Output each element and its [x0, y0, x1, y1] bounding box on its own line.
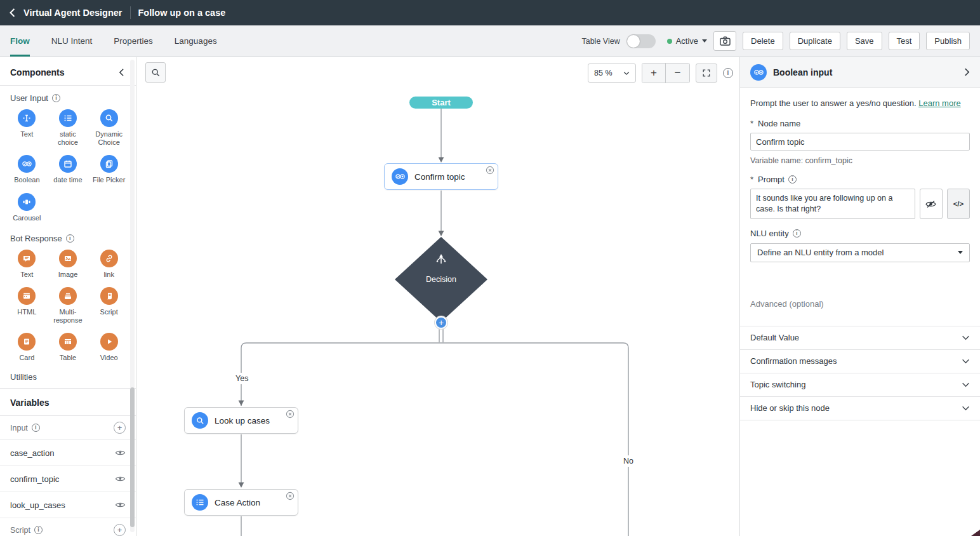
component-boolean[interactable]: Boolean [6, 155, 48, 184]
zoom-in-button[interactable]: + [642, 64, 666, 83]
component-multi-response[interactable]: Multi-response [48, 287, 89, 324]
variables-title: Variables [0, 389, 136, 415]
node-name-input[interactable] [750, 133, 970, 151]
remove-node-icon[interactable] [486, 166, 494, 175]
nlu-entity-select[interactable]: Define an NLU entity from a model [750, 243, 970, 262]
collapse-panel-button[interactable] [119, 68, 124, 77]
publish-button[interactable]: Publish [926, 32, 970, 50]
image-icon [59, 250, 77, 267]
caret-down-icon [958, 251, 963, 254]
save-button[interactable]: Save [847, 32, 882, 50]
panel-accordions: Default Value Confirmation messages Topi… [740, 326, 980, 420]
info-icon[interactable]: i [788, 175, 797, 184]
bot-response-section-label: Bot Response i [0, 224, 136, 246]
remove-node-icon[interactable] [286, 492, 295, 500]
info-icon[interactable]: i [793, 229, 801, 238]
info-icon[interactable]: i [32, 424, 40, 432]
app-title[interactable]: Virtual Agent Designer [23, 8, 122, 18]
zoom-controls: 85 % + − i [588, 63, 733, 83]
info-icon[interactable]: i [52, 94, 60, 102]
component-html[interactable]: HTML [6, 287, 48, 324]
duplicate-button[interactable]: Duplicate [790, 32, 840, 50]
start-node[interactable]: Start [409, 97, 473, 109]
back-button[interactable] [9, 8, 16, 18]
component-card[interactable]: Card [6, 333, 48, 362]
learn-more-link[interactable]: Learn more [918, 98, 960, 108]
add-branch-button[interactable]: + [435, 316, 447, 329]
accordion-default-value[interactable]: Default Value [740, 326, 980, 349]
component-video[interactable]: Video [88, 333, 129, 362]
boolean-icon [18, 155, 36, 173]
bot-response-grid: Text Image link HTML Multi-respo [0, 246, 136, 364]
search-icon [151, 68, 161, 77]
add-input-variable-button[interactable]: + [114, 422, 126, 434]
table-view-toggle[interactable] [626, 34, 656, 48]
variable-row-look-up-cases[interactable]: look_up_cases [0, 492, 136, 518]
component-bot-text[interactable]: Text [6, 250, 48, 279]
preview-message-button[interactable] [920, 189, 943, 219]
info-icon[interactable]: i [66, 234, 74, 243]
component-carousel[interactable]: Carousel [6, 193, 48, 222]
status-dot-icon [667, 39, 672, 44]
variable-row-case-action[interactable]: case_action [0, 439, 136, 466]
virtual-agent-designer-app: Virtual Agent Designer Follow up on a ca… [0, 0, 980, 536]
tab-nlu-intent[interactable]: NLU Intent [51, 25, 93, 57]
zoom-level-select[interactable]: 85 % [588, 64, 636, 83]
advanced-optional-link[interactable]: Advanced (optional) [750, 299, 970, 309]
utilities-section-label[interactable]: Utilities [0, 363, 136, 388]
flow-canvas[interactable]: 85 % + − i Start Confirm topic [136, 57, 739, 536]
component-script-response[interactable]: Script [88, 287, 129, 324]
canvas-info-icon[interactable]: i [723, 68, 733, 78]
variable-name-text: Variable name: confirm_topic [750, 156, 970, 165]
eye-icon[interactable] [115, 501, 126, 509]
table-view-label: Table View [581, 37, 619, 46]
eye-icon[interactable] [115, 475, 126, 483]
delete-button[interactable]: Delete [743, 32, 783, 50]
boolean-icon [750, 64, 767, 81]
confirm-topic-node[interactable]: Confirm topic [384, 163, 498, 190]
tab-toolbar: Flow NLU Intent Properties Languages Tab… [0, 25, 980, 57]
component-table[interactable]: Table [48, 333, 89, 362]
variable-row-confirm-topic[interactable]: confirm_topic [0, 466, 136, 492]
fit-screen-button[interactable] [696, 64, 717, 83]
topbar-divider [130, 6, 131, 19]
tab-languages[interactable]: Languages [175, 25, 217, 57]
accordion-topic-switching[interactable]: Topic switching [740, 373, 980, 396]
code-editor-button[interactable]: </> [947, 189, 970, 219]
tab-properties[interactable]: Properties [114, 25, 153, 57]
component-image[interactable]: Image [48, 250, 89, 279]
decision-diamond[interactable] [395, 237, 487, 322]
info-icon[interactable]: i [34, 526, 43, 534]
remove-node-icon[interactable] [286, 410, 295, 419]
accordion-confirmation-messages[interactable]: Confirmation messages [740, 349, 980, 373]
case-action-node[interactable]: Case Action [184, 489, 298, 516]
zoom-out-button[interactable]: − [666, 64, 689, 83]
chevron-down-icon [962, 359, 970, 364]
component-dynamic-choice[interactable]: Dynamic Choice [88, 109, 129, 146]
sidebar-scrollbar-thumb[interactable] [130, 387, 135, 527]
eye-icon[interactable] [115, 449, 126, 457]
component-link[interactable]: link [88, 250, 129, 279]
canvas-search-button[interactable] [145, 62, 166, 83]
accordion-hide-or-skip[interactable]: Hide or skip this node [740, 396, 980, 420]
prompt-textarea[interactable]: It sounds like you are following up on a… [750, 189, 915, 219]
snapshot-button[interactable] [713, 31, 736, 51]
card-icon [18, 333, 36, 351]
collapse-properties-button[interactable] [964, 67, 970, 77]
tab-flow[interactable]: Flow [10, 25, 30, 57]
component-static-choice[interactable]: static choice [48, 109, 89, 146]
file-picker-icon [100, 155, 118, 173]
static-choice-icon [59, 109, 77, 127]
add-script-variable-button[interactable]: + [114, 524, 126, 536]
flow-connectors [136, 57, 739, 536]
list-choice-icon [192, 494, 208, 511]
chevron-down-icon [962, 335, 970, 340]
test-button[interactable]: Test [889, 32, 920, 50]
component-date-time[interactable]: date time [48, 155, 89, 184]
user-input-grid: Text static choice Dynamic Choice Boolea… [0, 105, 136, 224]
status-dropdown[interactable]: Active [667, 36, 707, 46]
component-file-picker[interactable]: File Picker [88, 155, 129, 184]
look-up-cases-node[interactable]: Look up cases [184, 407, 298, 434]
component-text-input[interactable]: Text [6, 109, 48, 146]
dynamic-choice-icon [100, 109, 118, 127]
